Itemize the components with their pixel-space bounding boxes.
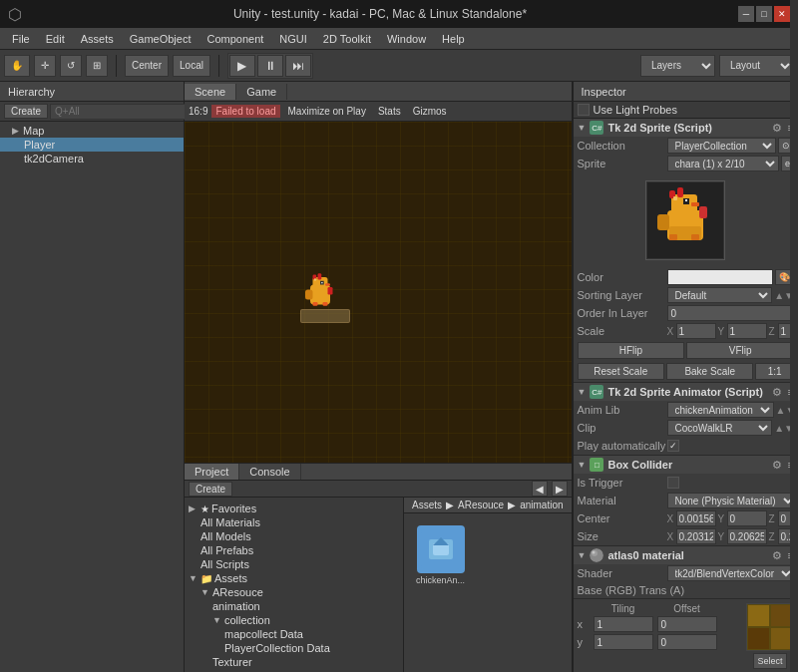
scale-x-input[interactable] [676,323,716,339]
hierarchy-create-button[interactable]: Create [4,104,48,119]
y-tiling-input[interactable] [594,634,653,650]
play-auto-checkbox[interactable] [667,440,679,452]
minimize-button[interactable]: ─ [738,6,754,22]
one-to-one-button[interactable]: 1:1 [755,363,794,380]
collection-item[interactable]: ▼ collection [208,613,403,627]
console-tab[interactable]: Console [239,464,300,480]
mat-settings-icon[interactable]: ⚙ [772,549,782,562]
separator-1 [116,55,117,77]
hierarchy-item-map[interactable]: ▶ Map [0,124,184,138]
collection-dropdown[interactable]: PlayerCollection [667,138,776,154]
animation-item[interactable]: animation [208,599,403,613]
menu-2dtoolkit[interactable]: 2D Toolkit [315,31,379,47]
animator-settings-icon[interactable]: ⚙ [772,386,782,399]
main-layout: Hierarchy Create ▶ Map Player tk2dCamera… [0,82,798,672]
material-dropdown[interactable]: None (Physic Material) [667,493,797,508]
y-offset-input[interactable] [657,634,717,650]
scale-y-input[interactable] [727,323,767,339]
box-collider-header[interactable]: ▼ □ Box Collider ⚙ ≡ [574,456,798,474]
game-grid [185,122,572,463]
center-y-input[interactable] [727,510,767,526]
gizmos-label[interactable]: Gizmos [413,106,447,117]
separator-2 [218,55,219,77]
mapcollect-label: mapcollect Data [224,628,303,640]
menu-window[interactable]: Window [379,31,434,47]
center-x-input[interactable] [676,510,716,526]
game-tab[interactable]: Game [236,84,287,100]
all-prefabs-item[interactable]: All Prefabs [197,543,403,557]
is-trigger-checkbox[interactable] [667,477,679,489]
all-materials-item[interactable]: All Materials [197,515,403,529]
vflip-button[interactable]: VFlip [686,342,794,359]
layout-dropdown[interactable]: Layout [719,55,794,77]
rotate-tool-button[interactable]: ↺ [60,55,82,77]
aresouce-item[interactable]: ▼ AResouce [197,585,403,599]
box-settings-icon[interactable]: ⚙ [772,459,782,472]
material-header[interactable]: ▼ atlas0 material ⚙ ≡ [574,546,798,564]
sprite-dropdown[interactable]: chara (1) x 2/10 [667,156,779,171]
sprite-settings-icon[interactable]: ⚙ [772,122,782,135]
asset-item-chicken[interactable]: chickenAn... [412,521,469,589]
scene-tab[interactable]: Scene [185,84,236,100]
animator-script-header[interactable]: ▼ C# Tk 2d Sprite Animator (Script) ⚙ ≡ [574,383,798,401]
mapcollect-item[interactable]: mapcollect Data [220,627,403,641]
x-offset-input[interactable] [657,616,717,632]
texturer-item[interactable]: Texturer [208,655,403,669]
svg-rect-29 [669,226,701,240]
menu-component[interactable]: Component [199,31,271,47]
play-button[interactable]: ▶ [229,55,255,77]
playercollection-item[interactable]: PlayerCollection Data [220,641,403,655]
bake-scale-button[interactable]: Bake Scale [666,363,753,380]
scroll-right-button[interactable]: ▶ [552,481,568,497]
sprite-script-header[interactable]: ▼ C# Tk 2d Sprite (Script) ⚙ ≡ [574,119,798,137]
move-tool-button[interactable]: ✛ [34,55,56,77]
menu-edit[interactable]: Edit [38,31,73,47]
x-tiling-input[interactable] [594,616,653,632]
favorites-header[interactable]: ▶ ★ Favorites [185,502,403,515]
step-button[interactable]: ⏭ [285,55,311,77]
svg-rect-6 [312,302,317,306]
anim-lib-dropdown[interactable]: chickenAnimation [667,402,774,418]
size-y-input[interactable] [727,528,767,544]
assets-header[interactable]: ▼ 📁 Assets [185,571,403,585]
hierarchy-item-player[interactable]: Player [0,138,184,152]
menu-file[interactable]: File [4,31,38,47]
scale-tool-button[interactable]: ⊞ [86,55,108,77]
hand-tool-button[interactable]: ✋ [4,55,30,77]
svg-rect-5 [305,290,313,300]
hierarchy-item-camera[interactable]: tk2dCamera [0,152,184,166]
hierarchy-search-input[interactable] [50,104,187,120]
size-x-input[interactable] [676,528,716,544]
tiling-header-row: Tiling Offset [578,603,742,614]
local-button[interactable]: Local [173,55,210,77]
reset-scale-button[interactable]: Reset Scale [578,363,664,380]
menu-help[interactable]: Help [434,31,473,47]
hflip-button[interactable]: HFlip [578,342,685,359]
menu-assets[interactable]: Assets [73,31,122,47]
maximize-button[interactable]: □ [756,6,772,22]
close-button[interactable]: ✕ [774,6,790,22]
all-models-item[interactable]: All Models [197,529,403,543]
select-texture-button[interactable]: Select [753,653,786,669]
all-scripts-item[interactable]: All Scripts [197,557,403,571]
color-picker[interactable] [667,269,773,285]
center-button[interactable]: Center [125,55,169,77]
light-probes-checkbox[interactable] [578,104,590,116]
collapse-arrow-icon: ▼ [578,123,587,133]
center-y-field: Y [718,510,767,526]
clip-dropdown[interactable]: CocoWalkLR [667,420,773,436]
order-layer-input[interactable] [667,305,798,321]
scroll-left-button[interactable]: ◀ [532,481,548,497]
sorting-layer-dropdown[interactable]: Default [667,287,773,303]
menu-gameobject[interactable]: GameObject [122,31,200,47]
center-field: Center X Y Z [574,509,798,527]
scale-y-label: Y [718,326,726,337]
layers-dropdown[interactable]: Layers [640,55,715,77]
project-create-button[interactable]: Create [189,482,232,497]
menu-ngui[interactable]: NGUI [271,31,315,47]
project-tab[interactable]: Project [185,464,239,480]
shader-dropdown[interactable]: tk2d/BlendVertexColor [667,565,795,581]
playercollection-label: PlayerCollection Data [224,642,330,654]
pause-button[interactable]: ⏸ [257,55,283,77]
stats-label[interactable]: Stats [378,106,401,117]
